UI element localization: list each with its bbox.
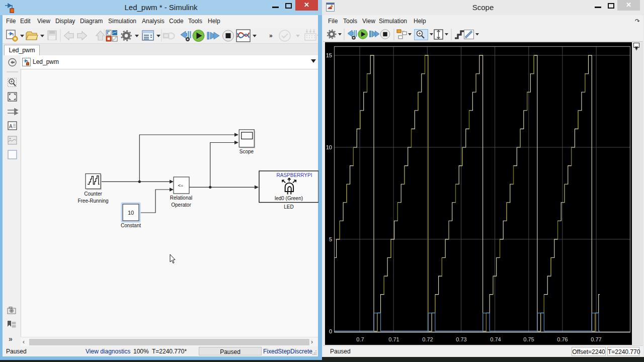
svg-text:LED: LED [284,204,293,210]
svg-text:0.71: 0.71 [388,336,399,342]
svg-text:Relational: Relational [170,195,192,201]
svg-text:10: 10 [326,144,332,150]
svg-text:0.75: 0.75 [523,336,534,342]
svg-text:Constant: Constant [121,223,141,228]
svg-text:0.7: 0.7 [356,336,364,342]
svg-text:10: 10 [128,210,134,216]
svg-text:Scope: Scope [239,149,254,154]
svg-text:Operator: Operator [171,202,191,208]
svg-text:0.74: 0.74 [490,336,501,342]
svg-text:0.76: 0.76 [557,336,568,342]
svg-text:0.77: 0.77 [591,336,601,342]
svg-text:Counter: Counter [84,191,102,197]
svg-text:RASPBERRYPI: RASPBERRYPI [277,172,312,178]
svg-text:0.73: 0.73 [456,336,466,342]
svg-text:0.72: 0.72 [422,336,433,342]
svg-text:Free-Running: Free-Running [77,198,108,204]
svg-text:<=: <= [178,183,184,188]
svg-text:»: » [269,32,273,39]
svg-text:A: A [9,124,13,129]
svg-text:led0 (Green): led0 (Green) [275,196,303,201]
svg-text:15: 15 [326,52,332,58]
svg-text:0: 0 [329,328,332,334]
svg-text:5: 5 [329,236,332,242]
